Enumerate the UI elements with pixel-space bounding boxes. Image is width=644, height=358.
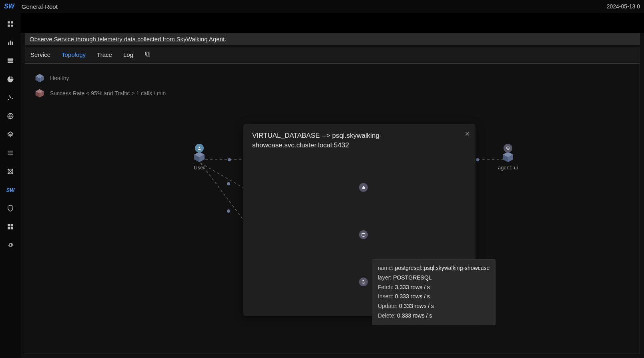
copy-icon[interactable]	[144, 51, 151, 58]
globe-icon[interactable]	[6, 112, 14, 120]
tooltip-key: Fetch:	[378, 284, 393, 290]
sw-logo-icon[interactable]: SW	[6, 186, 14, 194]
svg-rect-22	[8, 153, 13, 153]
legend-healthy-label: Healthy	[50, 75, 69, 81]
svg-rect-48	[364, 187, 365, 189]
shield-icon[interactable]	[6, 204, 14, 212]
svg-point-18	[12, 98, 13, 99]
agent-icon	[504, 144, 512, 153]
tooltip-key: Insert:	[378, 293, 393, 300]
tooltip-key: Delete:	[378, 312, 395, 319]
svg-point-40	[227, 209, 230, 213]
pie-chart-icon[interactable]	[6, 75, 14, 83]
svg-rect-31	[11, 227, 13, 229]
tooltip-val: 0.333 rows / s	[397, 312, 432, 319]
svg-rect-14	[8, 60, 13, 62]
svg-rect-29	[11, 224, 13, 226]
svg-rect-11	[10, 41, 11, 45]
main: Observe Service through telemetry data c…	[21, 13, 644, 358]
topology-icon[interactable]	[6, 167, 14, 175]
timestamp: 2024-05-13 0	[607, 3, 640, 10]
svg-rect-12	[12, 42, 13, 45]
grid-icon[interactable]	[6, 223, 14, 231]
chart-icon	[359, 183, 368, 192]
legend: Healthy Success Rate < 95% and Traffic >…	[35, 73, 166, 98]
svg-rect-33	[146, 52, 149, 55]
sidebar: SW	[0, 13, 21, 358]
topbar: SW General-Root 2024-05-13 0	[0, 0, 644, 13]
tab-log[interactable]: Log	[123, 51, 133, 58]
close-icon[interactable]: ✕	[465, 130, 470, 138]
tooltip-val: 3.333 rows / s	[395, 284, 430, 290]
tooltip-key: layer:	[378, 274, 391, 281]
tooltip-val: postgresql::psql.skywalking-showcase	[395, 265, 490, 271]
svg-point-50	[508, 148, 509, 149]
node-agent-ui[interactable]: agent::ui	[476, 144, 540, 171]
node-user-label: User	[194, 165, 205, 171]
svg-rect-30	[8, 227, 10, 229]
tab-topology[interactable]: Topology	[62, 51, 86, 58]
legend-unhealthy-label: Success Rate < 95% and Traffic > 1 calls…	[50, 90, 166, 97]
svg-rect-21	[8, 151, 13, 152]
healthy-cube-icon	[35, 73, 44, 83]
popup-title: VIRTUAL_DATABASE --> psql.skywalking-sho…	[252, 131, 460, 150]
node-agentui-label: agent::ui	[498, 165, 518, 171]
svg-rect-8	[8, 25, 10, 27]
node-user[interactable]: User	[167, 144, 231, 171]
svg-rect-23	[8, 155, 13, 155]
blackbar	[21, 13, 644, 33]
tooltip-val: POSTGRESQL	[393, 274, 431, 281]
svg-point-16	[8, 99, 9, 100]
notice-banner[interactable]: Observe Service through telemetry data c…	[25, 33, 640, 45]
svg-point-17	[10, 97, 11, 98]
tooltip-val: 0.333 rows / s	[399, 303, 434, 309]
svg-rect-7	[11, 21, 13, 23]
bar-chart-icon[interactable]	[6, 38, 14, 46]
list-icon[interactable]	[6, 149, 14, 157]
svg-rect-13	[8, 58, 13, 60]
node-tooltip: name: postgresql::psql.skywalking-showca…	[372, 259, 496, 325]
svg-rect-32	[146, 53, 150, 56]
svg-point-45	[199, 147, 200, 148]
svg-point-38	[227, 182, 230, 185]
tooltip-val: 0.333 rows / s	[395, 293, 430, 300]
tab-service[interactable]: Service	[30, 51, 50, 58]
svg-point-19	[9, 95, 10, 97]
app-logo[interactable]: SW	[4, 3, 14, 10]
refresh-icon	[359, 278, 368, 286]
dashboard-icon[interactable]	[6, 20, 14, 28]
tabs: Service Topology Trace Log	[25, 47, 640, 62]
svg-rect-15	[8, 62, 13, 63]
svg-point-9	[11, 25, 13, 27]
tooltip-key: Update:	[378, 303, 397, 309]
unhealthy-cube-icon	[35, 88, 44, 98]
gear-icon[interactable]	[6, 241, 14, 249]
svg-rect-46	[362, 187, 363, 189]
breadcrumb[interactable]: General-Root	[22, 3, 58, 10]
tooltip-key: name:	[378, 265, 393, 271]
svg-rect-6	[8, 21, 10, 23]
svg-rect-10	[8, 42, 9, 45]
tab-trace[interactable]: Trace	[97, 51, 112, 58]
database-icon	[359, 230, 368, 239]
svg-point-49	[362, 233, 365, 234]
svg-line-39	[201, 163, 249, 228]
scatter-icon[interactable]	[6, 94, 14, 102]
svg-rect-28	[8, 224, 10, 226]
svg-rect-47	[363, 186, 364, 189]
topology-canvas[interactable]: Healthy Success Rate < 95% and Traffic >…	[25, 63, 640, 354]
user-icon	[195, 144, 204, 153]
layers-icon[interactable]	[6, 57, 14, 65]
mesh-icon[interactable]	[6, 131, 14, 139]
